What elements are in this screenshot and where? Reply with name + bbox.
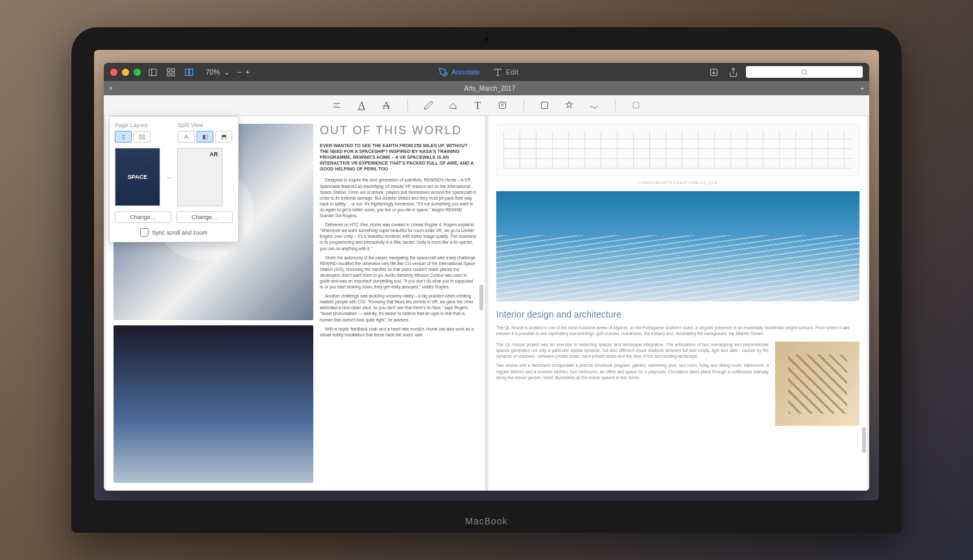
split-view-icon[interactable] (182, 65, 195, 78)
right-pane[interactable]: COMPUTERARTS.CREATIVEBLOQ.COM Interior d… (488, 116, 867, 491)
svg-rect-3 (171, 68, 174, 71)
laptop-frame: 70% ⌄ − + Annotate Edit (71, 27, 902, 533)
split-view-label: Split View (178, 122, 233, 128)
svg-rect-7 (189, 69, 193, 75)
annotate-mode-button[interactable]: Annotate (438, 67, 480, 77)
signature-icon[interactable] (588, 99, 601, 112)
article-intro: The QL House is located in one of the mo… (496, 325, 859, 336)
zoom-out-button[interactable]: − (237, 68, 241, 76)
article-title: OUT OF THIS WORLD (320, 124, 477, 137)
swap-panes-icon[interactable]: → (165, 174, 172, 181)
zoom-dropdown-icon[interactable]: ⌄ (224, 68, 230, 76)
view-options-dropdown: Page Layout ▯ ▯▯ Split View A ◧ ⬒ (109, 116, 239, 242)
note-icon[interactable] (496, 99, 509, 112)
svg-rect-0 (149, 69, 156, 75)
architecture-elevation-image (496, 124, 859, 176)
svg-rect-16 (542, 102, 548, 109)
zoom-level[interactable]: 70% (206, 68, 220, 76)
svg-rect-2 (167, 68, 169, 71)
tabbar: × Arts_March_2017 + (104, 81, 869, 95)
close-window-button[interactable] (110, 69, 117, 76)
svg-point-10 (802, 69, 806, 73)
grid-view-icon[interactable] (164, 65, 177, 78)
eraser-icon[interactable] (447, 99, 460, 112)
split-horizontal-button[interactable]: ◧ (197, 131, 213, 143)
svg-rect-13 (499, 102, 506, 109)
svg-rect-6 (185, 69, 188, 75)
document-title: Arts_March_2017 (119, 85, 860, 92)
fullscreen-window-button[interactable] (134, 69, 141, 76)
tab-add-button[interactable]: + (860, 85, 864, 92)
svg-rect-17 (633, 102, 639, 108)
left-pane-thumbnail[interactable]: SPACE (115, 148, 160, 206)
svg-rect-12 (335, 104, 337, 106)
camera-dot (485, 37, 488, 41)
split-vertical-button[interactable]: ⬒ (215, 131, 232, 143)
pencil-icon[interactable] (422, 99, 435, 112)
article-body: Designed to inspire the next generation … (320, 177, 477, 340)
zoom-in-button[interactable]: + (245, 68, 249, 76)
architecture-photo (496, 191, 859, 301)
app-window: 70% ⌄ − + Annotate Edit (104, 63, 869, 491)
sidebar-toggle-icon[interactable] (146, 65, 159, 78)
sync-label: Sync scroll and zoom (152, 229, 208, 236)
minimize-window-button[interactable] (122, 69, 129, 76)
zoom-control: 70% ⌄ − + (206, 68, 250, 76)
right-scrollbar[interactable] (862, 427, 866, 453)
underline-icon[interactable]: A (355, 99, 368, 112)
svg-line-11 (806, 73, 807, 75)
single-page-button[interactable]: ▯ (115, 131, 132, 143)
import-icon[interactable] (707, 65, 720, 78)
change-right-button[interactable]: Change… (176, 211, 233, 223)
split-none-button[interactable]: A (178, 131, 195, 143)
left-scrollbar[interactable] (479, 285, 483, 310)
annotation-toolbar: A A T Page Layout (104, 95, 869, 116)
share-icon[interactable] (727, 65, 739, 78)
page-layout-label: Page Layout (115, 122, 170, 128)
traffic-lights (110, 69, 141, 76)
titlebar: 70% ⌄ − + Annotate Edit (104, 63, 869, 81)
page-caption: COMPUTERARTS.CREATIVEBLOQ.COM (496, 181, 859, 185)
highlight-text-icon[interactable] (331, 99, 344, 112)
iss-earth-image (114, 325, 313, 483)
svg-rect-5 (171, 73, 174, 75)
staircase-image (775, 342, 859, 426)
strikethrough-icon[interactable]: A (380, 99, 393, 112)
stamp-icon[interactable] (563, 99, 576, 112)
text-icon[interactable]: T (472, 99, 485, 112)
right-pane-thumbnail[interactable]: AR (177, 148, 222, 206)
article-lead: EVER WANTED TO SEE THE EARTH FROM 250 MI… (320, 143, 477, 172)
article-heading: Interior design and architecture (496, 309, 859, 320)
edit-mode-button[interactable]: Edit (493, 67, 518, 77)
two-page-button[interactable]: ▯▯ (134, 131, 150, 143)
shape-icon[interactable] (538, 99, 551, 112)
article-column: The QL House project was an exercise in … (496, 342, 769, 426)
search-input[interactable] (746, 66, 863, 78)
svg-rect-4 (167, 73, 169, 75)
change-left-button[interactable]: Change… (115, 211, 171, 223)
desktop-screen: 70% ⌄ − + Annotate Edit (94, 50, 879, 500)
select-icon[interactable] (630, 99, 643, 112)
tab-close-button[interactable]: × (109, 85, 113, 92)
sync-checkbox[interactable] (140, 228, 149, 237)
